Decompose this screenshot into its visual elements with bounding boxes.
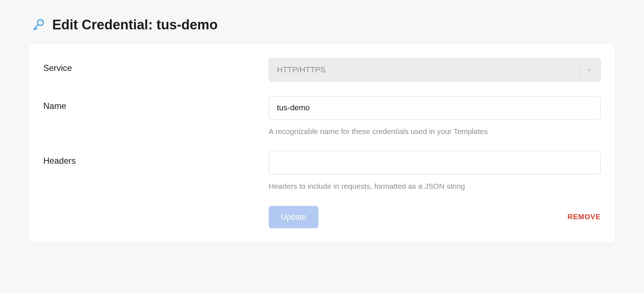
headers-input[interactable]	[269, 151, 601, 174]
name-input[interactable]	[269, 96, 601, 120]
headers-label: Headers	[43, 151, 269, 166]
update-button[interactable]: Update	[269, 206, 318, 228]
headers-row: Headers Headers to include in requests, …	[43, 151, 601, 191]
key-icon	[32, 18, 45, 32]
service-label: Service	[43, 58, 269, 73]
select-indicator	[580, 64, 592, 76]
service-select: HTTP/HTTPS	[269, 58, 601, 82]
name-help-text: A recognizable name for these credential…	[269, 126, 601, 136]
service-row: Service HTTP/HTTPS	[43, 58, 601, 82]
form-actions: Update REMOVE	[43, 206, 601, 228]
chevron-down-icon	[585, 66, 592, 73]
credential-form-card: Service HTTP/HTTPS Name A recognizable n…	[29, 43, 615, 243]
page-header: Edit Credential: tus-demo	[32, 17, 615, 33]
svg-point-1	[41, 21, 42, 22]
select-separator	[580, 64, 580, 76]
name-label: Name	[43, 96, 269, 111]
headers-help-text: Headers to include in requests, formatte…	[269, 181, 601, 191]
name-row: Name A recognizable name for these crede…	[43, 96, 601, 136]
page-title: Edit Credential: tus-demo	[52, 17, 218, 33]
service-value: HTTP/HTTPS	[277, 65, 326, 75]
remove-button[interactable]: REMOVE	[567, 213, 601, 221]
